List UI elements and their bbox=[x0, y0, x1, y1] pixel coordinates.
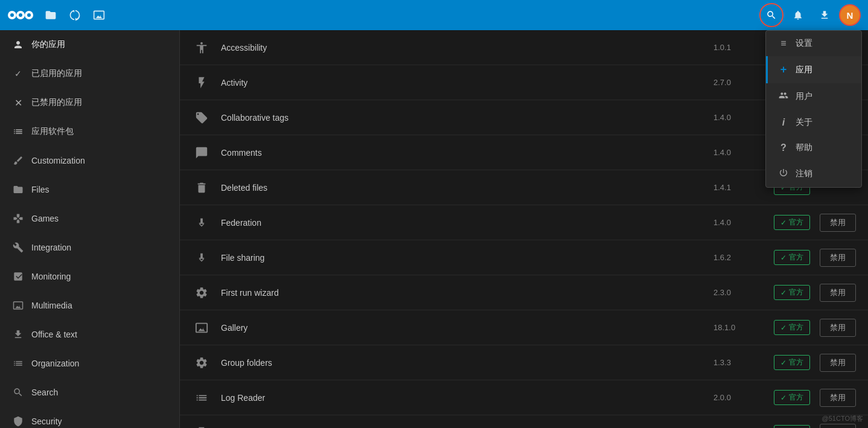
user-avatar[interactable]: N bbox=[839, 4, 861, 26]
app-icon bbox=[192, 73, 211, 92]
search-nav-button[interactable] bbox=[759, 3, 783, 27]
app-version: 1.4.1 bbox=[713, 183, 774, 192]
sidebar-item-games[interactable]: Games bbox=[0, 204, 179, 233]
logout-icon bbox=[777, 168, 790, 180]
sidebar-item-integration[interactable]: Integration bbox=[0, 233, 179, 262]
topnav: N ≡ 设置 + 应用 用户 i 关于 ? 帮助 注销 bbox=[0, 0, 868, 30]
app-name: Comments bbox=[221, 148, 713, 158]
app-name: Federation bbox=[221, 218, 713, 228]
security-icon bbox=[12, 415, 24, 427]
main-layout: 你的应用 ✓ 已启用的应用 ✕ 已禁用的应用 应用软件包 Customizati… bbox=[0, 30, 868, 428]
disable-button[interactable]: 禁用 bbox=[820, 389, 856, 407]
app-row: Log Reader 2.0.0 ✓ 官方 禁用 bbox=[180, 380, 868, 415]
organization-icon bbox=[12, 357, 24, 369]
app-version: 1.6.2 bbox=[713, 253, 774, 262]
notifications-button[interactable] bbox=[786, 3, 810, 27]
app-row: Comments 1.4.0 ✓ 官方 bbox=[180, 135, 868, 170]
official-badge: ✓ 官方 bbox=[774, 425, 810, 428]
sidebar-item-disabled-apps[interactable]: ✕ 已禁用的应用 bbox=[0, 88, 179, 117]
user-dropdown-menu: ≡ 设置 + 应用 用户 i 关于 ? 帮助 注销 bbox=[765, 30, 862, 188]
dropdown-users[interactable]: 用户 bbox=[766, 83, 861, 110]
office-icon bbox=[12, 328, 24, 340]
dropdown-logout[interactable]: 注销 bbox=[766, 161, 861, 187]
app-icon bbox=[192, 353, 211, 372]
app-icon bbox=[192, 388, 211, 407]
apps-icon: + bbox=[777, 63, 790, 76]
multimedia-icon bbox=[12, 299, 24, 311]
app-version: 18.1.0 bbox=[713, 323, 774, 332]
sidebar: 你的应用 ✓ 已启用的应用 ✕ 已禁用的应用 应用软件包 Customizati… bbox=[0, 30, 180, 428]
check-mark: ✓ bbox=[780, 289, 787, 297]
svg-point-5 bbox=[27, 13, 31, 17]
sidebar-item-office[interactable]: Office & text bbox=[0, 320, 179, 349]
watermark: @51CTO博客 bbox=[822, 414, 863, 423]
app-row: File sharing 1.6.2 ✓ 官方 禁用 bbox=[180, 240, 868, 275]
check-mark: ✓ bbox=[780, 324, 787, 332]
dropdown-settings[interactable]: ≡ 设置 bbox=[766, 31, 861, 56]
app-row: Collaborative tags 1.4.0 ✓ 官方 bbox=[180, 100, 868, 135]
svg-point-4 bbox=[19, 13, 22, 17]
app-icon bbox=[192, 178, 211, 197]
files-nav-icon[interactable] bbox=[39, 3, 63, 27]
activity-nav-icon[interactable] bbox=[63, 3, 87, 27]
disable-button[interactable]: 禁用 bbox=[820, 284, 856, 302]
help-icon: ? bbox=[777, 142, 790, 153]
official-label: 官方 bbox=[789, 392, 803, 403]
app-name: Deleted files bbox=[221, 183, 713, 193]
official-badge: ✓ 官方 bbox=[774, 355, 810, 370]
check-icon: ✓ bbox=[12, 68, 24, 80]
monitoring-icon bbox=[12, 270, 24, 283]
app-name: Accessibility bbox=[221, 43, 713, 53]
logo[interactable] bbox=[7, 7, 34, 24]
app-icon bbox=[192, 38, 211, 57]
sidebar-item-multimedia[interactable]: Multimedia bbox=[0, 291, 179, 320]
sidebar-item-security[interactable]: Security bbox=[0, 407, 179, 428]
sidebar-item-bundles[interactable]: 应用软件包 bbox=[0, 117, 179, 146]
dropdown-help[interactable]: ? 帮助 bbox=[766, 135, 861, 161]
sidebar-item-customization[interactable]: Customization bbox=[0, 146, 179, 175]
app-version: 2.3.0 bbox=[713, 288, 774, 297]
app-icon bbox=[192, 423, 211, 429]
sidebar-item-monitoring[interactable]: Monitoring bbox=[0, 262, 179, 291]
app-row: Group folders 1.3.3 ✓ 官方 禁用 bbox=[180, 345, 868, 380]
official-badge: ✓ 官方 bbox=[774, 215, 810, 230]
sidebar-item-files[interactable]: Files bbox=[0, 175, 179, 204]
app-version: 1.4.0 bbox=[713, 148, 774, 157]
app-row: Deleted files 1.4.1 ✓ 官方 bbox=[180, 170, 868, 205]
app-name: Log Reader bbox=[221, 393, 713, 403]
official-badge: ✓ 官方 bbox=[774, 285, 810, 300]
app-version: 2.0.0 bbox=[713, 393, 774, 402]
official-label: 官方 bbox=[789, 287, 803, 298]
dropdown-about[interactable]: i 关于 bbox=[766, 110, 861, 135]
app-row: Monitoring 1.4.0 ✓ 官方 禁用 bbox=[180, 415, 868, 428]
disable-button[interactable]: 禁用 bbox=[820, 354, 856, 372]
app-icon bbox=[192, 283, 211, 302]
sidebar-item-organization[interactable]: Organization bbox=[0, 349, 179, 378]
app-version: 1.3.3 bbox=[713, 358, 774, 367]
app-version: 1.4.0 bbox=[713, 113, 774, 122]
download-button[interactable] bbox=[812, 3, 837, 27]
sidebar-item-search[interactable]: Search bbox=[0, 378, 179, 407]
sidebar-item-enabled-apps[interactable]: ✓ 已启用的应用 bbox=[0, 59, 179, 88]
disable-button[interactable]: 禁用 bbox=[820, 249, 856, 267]
disable-button[interactable]: 禁用 bbox=[820, 319, 856, 337]
users-icon bbox=[777, 91, 790, 103]
disable-button[interactable]: 禁用 bbox=[820, 424, 856, 429]
app-version: 2.7.0 bbox=[713, 78, 774, 87]
app-icon bbox=[192, 143, 211, 162]
check-mark: ✓ bbox=[780, 254, 787, 262]
app-version: 1.4.0 bbox=[713, 218, 774, 227]
official-badge: ✓ 官方 bbox=[774, 320, 810, 335]
dropdown-apps[interactable]: + 应用 bbox=[766, 56, 861, 83]
sidebar-item-your-apps[interactable]: 你的应用 bbox=[0, 30, 179, 59]
official-label: 官方 bbox=[789, 322, 803, 333]
your-apps-icon bbox=[12, 39, 24, 51]
app-row: First run wizard 2.3.0 ✓ 官方 禁用 bbox=[180, 275, 868, 310]
check-mark: ✓ bbox=[780, 219, 787, 227]
app-name: Group folders bbox=[221, 358, 713, 368]
official-label: 官方 bbox=[789, 252, 803, 263]
disable-button[interactable]: 禁用 bbox=[820, 214, 856, 232]
app-version: 1.0.1 bbox=[713, 43, 774, 52]
app-name: File sharing bbox=[221, 253, 713, 263]
photos-nav-icon[interactable] bbox=[87, 3, 111, 27]
